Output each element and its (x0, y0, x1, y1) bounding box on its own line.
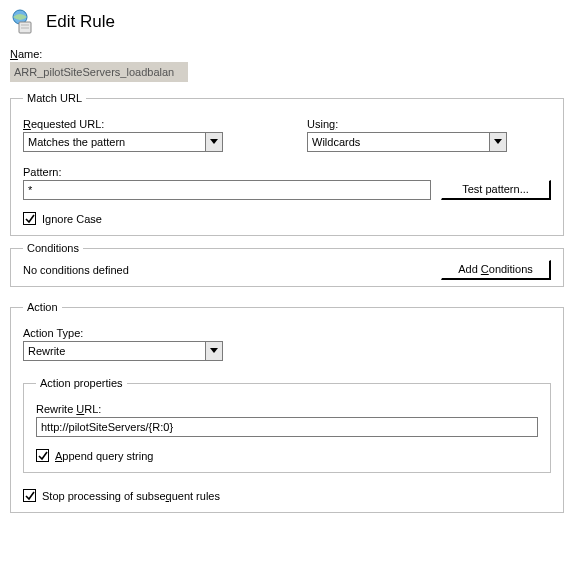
ignore-case-checkbox-row[interactable]: Ignore Case (23, 212, 551, 225)
append-query-label: Append query string (55, 450, 153, 462)
page-title: Edit Rule (46, 12, 115, 32)
requested-url-combo[interactable]: Matches the pattern (23, 132, 223, 152)
conditions-legend: Conditions (23, 242, 83, 254)
dropdown-arrow-icon[interactable] (205, 342, 222, 360)
action-properties-group: Action properties Rewrite URL: Append qu… (23, 377, 551, 473)
add-conditions-button[interactable]: Add Conditions (441, 260, 551, 280)
name-label: Name: (10, 48, 564, 60)
rewrite-url-input[interactable] (36, 417, 538, 437)
server-globe-icon (10, 8, 38, 36)
requested-url-label: Requested URL: (23, 118, 267, 130)
stop-processing-checkbox[interactable] (23, 489, 36, 502)
using-label: Using: (307, 118, 551, 130)
dropdown-arrow-icon[interactable] (205, 133, 222, 151)
action-type-label: Action Type: (23, 327, 551, 339)
name-input[interactable]: ARR_pilotSiteServers_loadbalan (10, 62, 188, 82)
match-url-legend: Match URL (23, 92, 86, 104)
name-section: Name: ARR_pilotSiteServers_loadbalan (10, 48, 564, 82)
stop-processing-checkbox-row[interactable]: Stop processing of subsequent rules (23, 489, 551, 502)
append-query-checkbox-row[interactable]: Append query string (36, 449, 538, 462)
dropdown-arrow-icon[interactable] (489, 133, 506, 151)
svg-rect-2 (21, 24, 29, 26)
pattern-input[interactable] (23, 180, 431, 200)
using-combo[interactable]: Wildcards (307, 132, 507, 152)
ignore-case-label: Ignore Case (42, 213, 102, 225)
action-properties-legend: Action properties (36, 377, 127, 389)
test-pattern-button[interactable]: Test pattern... (441, 180, 551, 200)
match-url-group: Match URL Requested URL: Matches the pat… (10, 92, 564, 236)
ignore-case-checkbox[interactable] (23, 212, 36, 225)
stop-processing-label: Stop processing of subsequent rules (42, 490, 220, 502)
conditions-group: Conditions No conditions defined Add Con… (10, 242, 564, 287)
svg-rect-3 (21, 27, 29, 29)
pattern-label: Pattern: (23, 166, 431, 178)
action-type-combo[interactable]: Rewrite (23, 341, 223, 361)
no-conditions-text: No conditions defined (23, 264, 129, 276)
append-query-checkbox[interactable] (36, 449, 49, 462)
action-legend: Action (23, 301, 62, 313)
action-group: Action Action Type: Rewrite Action prope… (10, 301, 564, 513)
rewrite-url-label: Rewrite URL: (36, 403, 538, 415)
page-header: Edit Rule (10, 8, 564, 36)
